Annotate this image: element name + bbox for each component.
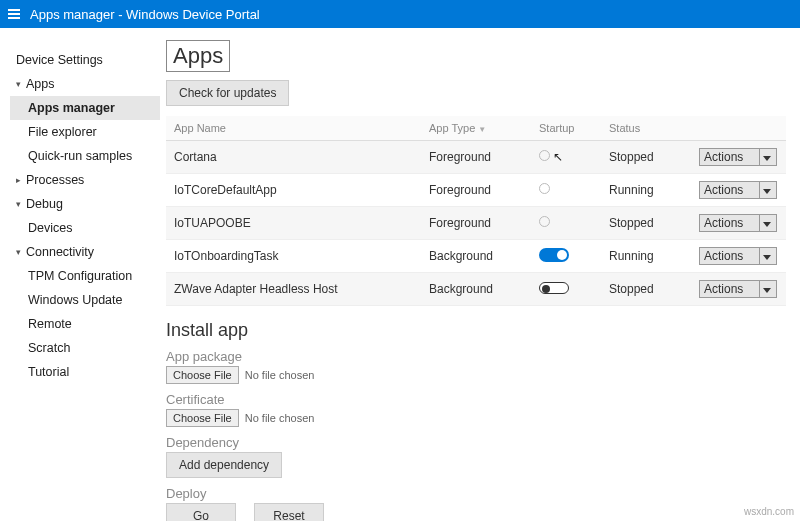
main-content: Apps Check for updates App Name App Type…	[160, 28, 800, 521]
cell-actions: Actions	[691, 174, 786, 207]
nav-label: File explorer	[28, 125, 97, 139]
nav-connectivity[interactable]: Connectivity	[10, 240, 160, 264]
startup-radio[interactable]	[539, 150, 550, 161]
cell-app-name: IoTUAPOOBE	[166, 207, 421, 240]
table-row: ZWave Adapter Headless HostBackgroundSto…	[166, 273, 786, 306]
nav-remote[interactable]: Remote	[10, 312, 160, 336]
page-title: Apps	[166, 40, 230, 72]
nav-label: Connectivity	[26, 245, 94, 259]
cell-status: Running	[601, 240, 691, 273]
cell-app-name: IoTOnboardingTask	[166, 240, 421, 273]
caret-icon	[16, 173, 26, 187]
cell-status: Running	[601, 174, 691, 207]
reset-button[interactable]: Reset	[254, 503, 324, 521]
nav-label: Tutorial	[28, 365, 69, 379]
cell-startup	[531, 174, 601, 207]
actions-dropdown[interactable]: Actions	[699, 280, 777, 298]
cursor-icon: ↖	[550, 150, 563, 164]
watermark: wsxdn.com	[744, 506, 794, 517]
cell-app-name: IoTCoreDefaultApp	[166, 174, 421, 207]
col-actions	[691, 116, 786, 141]
nav-debug[interactable]: Debug	[10, 192, 160, 216]
nav-scratch[interactable]: Scratch	[10, 336, 160, 360]
col-startup[interactable]: Startup	[531, 116, 601, 141]
install-app-heading: Install app	[166, 320, 786, 341]
table-row: IoTUAPOOBEForegroundStoppedActions	[166, 207, 786, 240]
actions-label: Actions	[704, 216, 743, 230]
actions-label: Actions	[704, 150, 743, 164]
cell-app-type: Foreground	[421, 207, 531, 240]
cell-status: Stopped	[601, 207, 691, 240]
cell-status: Stopped	[601, 141, 691, 174]
certificate-file-status: No file chosen	[245, 412, 315, 424]
nav-label: TPM Configuration	[28, 269, 132, 283]
nav-tpm-configuration[interactable]: TPM Configuration	[10, 264, 160, 288]
nav-tutorial[interactable]: Tutorial	[10, 360, 160, 384]
table-row: CortanaForeground ↖StoppedActions	[166, 141, 786, 174]
cell-app-type: Background	[421, 240, 531, 273]
nav-label: Debug	[26, 197, 63, 211]
col-status[interactable]: Status	[601, 116, 691, 141]
nav-device-settings[interactable]: Device Settings	[10, 48, 160, 72]
nav-quick-run-samples[interactable]: Quick-run samples	[10, 144, 160, 168]
caret-icon	[16, 77, 26, 91]
actions-label: Actions	[704, 249, 743, 263]
nav-apps[interactable]: Apps	[10, 72, 160, 96]
sidebar: Device SettingsAppsApps managerFile expl…	[0, 28, 160, 521]
cell-startup	[531, 240, 601, 273]
nav-label: Quick-run samples	[28, 149, 132, 163]
choose-file-package-button[interactable]: Choose File	[166, 366, 239, 384]
cell-status: Stopped	[601, 273, 691, 306]
nav-apps-manager[interactable]: Apps manager	[10, 96, 160, 120]
actions-label: Actions	[704, 282, 743, 296]
nav-processes[interactable]: Processes	[10, 168, 160, 192]
dependency-label: Dependency	[166, 435, 786, 450]
nav-file-explorer[interactable]: File explorer	[10, 120, 160, 144]
window-header: Apps manager - Windows Device Portal	[0, 0, 800, 28]
startup-radio[interactable]	[539, 183, 550, 194]
cell-app-type: Background	[421, 273, 531, 306]
app-package-label: App package	[166, 349, 786, 364]
cell-app-type: Foreground	[421, 141, 531, 174]
package-file-status: No file chosen	[245, 369, 315, 381]
nav-label: Windows Update	[28, 293, 123, 307]
nav-label: Devices	[28, 221, 72, 235]
hamburger-icon[interactable]	[8, 9, 20, 19]
col-app-type[interactable]: App Type ▼	[421, 116, 531, 141]
cell-actions: Actions	[691, 207, 786, 240]
cell-actions: Actions	[691, 273, 786, 306]
actions-dropdown[interactable]: Actions	[699, 148, 777, 166]
nav-label: Apps	[26, 77, 55, 91]
go-button[interactable]: Go	[166, 503, 236, 521]
actions-dropdown[interactable]: Actions	[699, 247, 777, 265]
caret-icon	[16, 245, 26, 259]
col-app-name[interactable]: App Name	[166, 116, 421, 141]
cell-app-name: Cortana	[166, 141, 421, 174]
startup-radio[interactable]	[539, 216, 550, 227]
window-title: Apps manager - Windows Device Portal	[30, 7, 260, 22]
check-updates-button[interactable]: Check for updates	[166, 80, 289, 106]
cell-startup	[531, 207, 601, 240]
cell-startup: ↖	[531, 141, 601, 174]
choose-file-certificate-button[interactable]: Choose File	[166, 409, 239, 427]
nav-label: Apps manager	[28, 101, 115, 115]
actions-label: Actions	[704, 183, 743, 197]
table-row: IoTOnboardingTaskBackgroundRunningAction…	[166, 240, 786, 273]
add-dependency-button[interactable]: Add dependency	[166, 452, 282, 478]
startup-toggle[interactable]	[539, 282, 569, 294]
nav-label: Scratch	[28, 341, 70, 355]
cell-app-name: ZWave Adapter Headless Host	[166, 273, 421, 306]
apps-table: App Name App Type ▼ Startup Status Corta…	[166, 116, 786, 306]
cell-startup	[531, 273, 601, 306]
deploy-label: Deploy	[166, 486, 786, 501]
actions-dropdown[interactable]: Actions	[699, 181, 777, 199]
nav-label: Remote	[28, 317, 72, 331]
cell-actions: Actions	[691, 141, 786, 174]
nav-devices[interactable]: Devices	[10, 216, 160, 240]
actions-dropdown[interactable]: Actions	[699, 214, 777, 232]
nav-windows-update[interactable]: Windows Update	[10, 288, 160, 312]
startup-toggle[interactable]	[539, 248, 569, 262]
certificate-label: Certificate	[166, 392, 786, 407]
caret-icon	[16, 197, 26, 211]
cell-app-type: Foreground	[421, 174, 531, 207]
